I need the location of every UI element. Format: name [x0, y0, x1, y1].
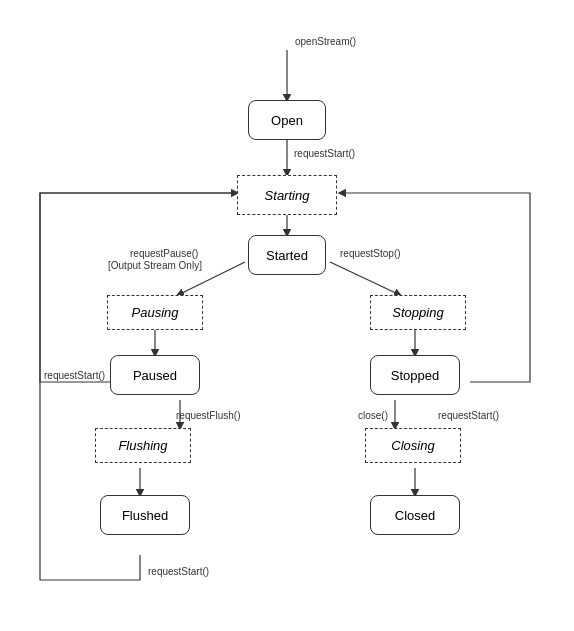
- state-started: Started: [248, 235, 326, 275]
- svg-line-7: [330, 262, 400, 295]
- state-stopping: Stopping: [370, 295, 466, 330]
- state-stopped: Stopped: [370, 355, 460, 395]
- label-requeststart-stopped: requestStart(): [438, 410, 499, 421]
- label-requeststart-flushed: requestStart(): [148, 566, 209, 577]
- label-openstream: openStream(): [295, 36, 356, 47]
- label-requestflush: requestFlush(): [176, 410, 240, 421]
- state-flushing: Flushing: [95, 428, 191, 463]
- state-pausing: Pausing: [107, 295, 203, 330]
- state-paused: Paused: [110, 355, 200, 395]
- label-requeststart-open: requestStart(): [294, 148, 355, 159]
- label-close: close(): [358, 410, 388, 421]
- label-outputstreamonly: [Output Stream Only]: [108, 260, 202, 271]
- state-open: Open: [248, 100, 326, 140]
- state-starting: Starting: [237, 175, 337, 215]
- state-flushed: Flushed: [100, 495, 190, 535]
- label-requestpause: requestPause(): [130, 248, 198, 259]
- label-requeststart-paused: requestStart(): [44, 370, 105, 381]
- state-diagram: Open Starting Started Pausing Paused Flu…: [0, 0, 574, 631]
- state-closed: Closed: [370, 495, 460, 535]
- label-requeststop: requestStop(): [340, 248, 401, 259]
- arrows-svg: [0, 0, 574, 631]
- state-closing: Closing: [365, 428, 461, 463]
